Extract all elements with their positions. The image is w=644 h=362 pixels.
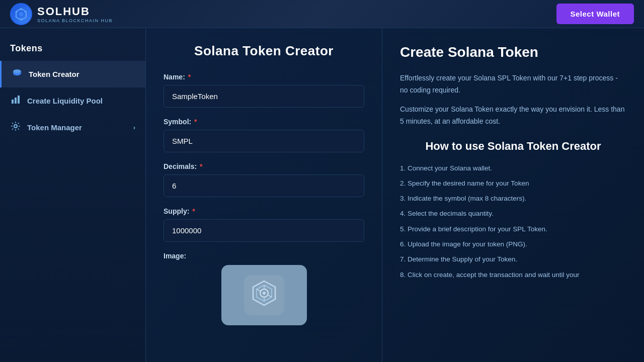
step-4: 4. Select the decimals quantity. (400, 206, 626, 221)
content-area: Solana Token Creator Name: * Symbol: * D… (146, 28, 644, 362)
main-layout: Tokens Token Creator Create Liquidity Po… (0, 28, 644, 362)
name-field-group: Name: * (164, 73, 364, 108)
how-to-title: How to use Solana Token Creator (400, 140, 626, 153)
symbol-field-group: Symbol: * (164, 118, 364, 152)
sidebar-item-create-liquidity-pool[interactable]: Create Liquidity Pool (0, 87, 145, 114)
image-label: Image: (164, 252, 364, 260)
svg-point-15 (263, 292, 266, 295)
sidebar-item-create-liquidity-pool-label: Create Liquidity Pool (27, 97, 103, 105)
gear-icon (10, 121, 21, 134)
image-upload-area[interactable] (221, 265, 307, 325)
svg-rect-8 (15, 98, 17, 104)
decimals-field-group: Decimals: * (164, 162, 364, 197)
symbol-label: Symbol: * (164, 118, 364, 126)
info-description-2: Customize your Solana Token exactly the … (400, 104, 626, 128)
decimals-input[interactable] (164, 174, 364, 197)
sidebar-item-token-manager-label: Token Manager (27, 123, 82, 132)
svg-rect-9 (18, 96, 20, 104)
supply-field-group: Supply: * (164, 207, 364, 242)
decimals-label: Decimals: * (164, 162, 364, 170)
logo-area: SOLHUB SOLANA BLOCKCHAIN HUB (10, 3, 113, 25)
sidebar: Tokens Token Creator Create Liquidity Po… (0, 28, 146, 362)
header: SOLHUB SOLANA BLOCKCHAIN HUB Select Wall… (0, 0, 644, 28)
name-input[interactable] (164, 85, 364, 108)
svg-rect-7 (12, 100, 14, 104)
step-8: 8. Click on create, accept the transacti… (400, 267, 626, 283)
instruction-list: 1. Connect your Solana wallet. 2. Specif… (400, 161, 626, 283)
step-5: 5. Provide a brief description for your … (400, 222, 626, 237)
name-label: Name: * (164, 73, 364, 81)
supply-input[interactable] (164, 219, 364, 242)
svg-point-1 (19, 12, 23, 16)
info-description-1: Effortlessly create your Solana SPL Toke… (400, 72, 626, 97)
symbol-input[interactable] (164, 130, 364, 152)
supply-label: Supply: * (164, 207, 364, 215)
step-3: 3. Indicate the symbol (max 8 characters… (400, 191, 626, 206)
sidebar-item-token-creator-label: Token Creator (29, 70, 79, 78)
step-7: 7. Determine the Supply of your Token. (400, 252, 626, 267)
select-wallet-button[interactable]: Select Wallet (556, 4, 634, 24)
info-panel: Create Solana Token Effortlessly create … (382, 28, 644, 362)
step-2: 2. Specify the desired name for your Tok… (400, 176, 626, 191)
form-panel: Solana Token Creator Name: * Symbol: * D… (146, 28, 382, 362)
sidebar-section-label: Tokens (0, 38, 145, 61)
sidebar-item-token-creator[interactable]: Token Creator (0, 61, 145, 87)
step-1: 1. Connect your Solana wallet. (400, 161, 626, 176)
logo-text: SOLHUB SOLANA BLOCKCHAIN HUB (37, 5, 113, 23)
form-title: Solana Token Creator (164, 43, 364, 59)
image-field-group: Image: (164, 252, 364, 325)
coin-icon (12, 68, 23, 80)
info-title: Create Solana Token (400, 43, 626, 61)
logo-subtitle: SOLANA BLOCKCHAIN HUB (37, 18, 113, 23)
bar-chart-icon (10, 95, 21, 107)
svg-point-10 (14, 125, 17, 128)
chevron-right-icon: › (133, 124, 135, 131)
sidebar-item-token-manager[interactable]: Token Manager › (0, 114, 145, 141)
logo-icon (10, 3, 32, 25)
logo-name: SOLHUB (37, 5, 113, 18)
svg-point-6 (13, 69, 21, 73)
step-6: 6. Upload the image for your token (PNG)… (400, 237, 626, 252)
